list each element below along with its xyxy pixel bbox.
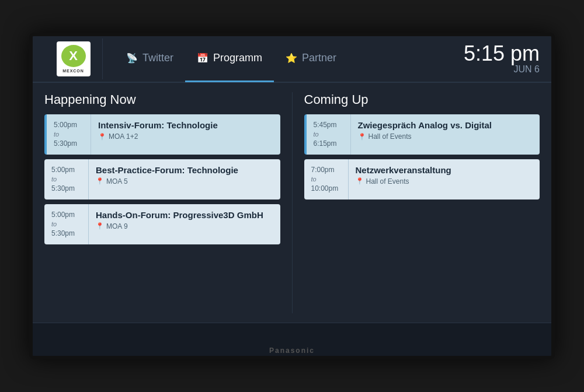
event-name: Netzwerkveranstaltung — [356, 165, 533, 175]
time-start: 7:00pm — [311, 165, 341, 175]
news-ticker: bi.com/mexcon2016 | Kommentar zu Gauck: … — [33, 323, 551, 345]
time-end: 6:15pm — [314, 139, 343, 149]
partner-icon: ⭐ — [286, 52, 297, 64]
time-start: 5:45pm — [314, 120, 343, 130]
nav-tabs: 📡 Twitter 📅 Programm ⭐ Partner — [114, 36, 464, 82]
time-end: 5:30pm — [54, 139, 84, 149]
tab-partner[interactable]: ⭐ Partner — [274, 36, 348, 82]
happening-now-title: Happening Now — [44, 92, 280, 107]
event-details: Hands-On-Forum: Progressive3D GmbH 📍 MOA… — [88, 204, 280, 244]
date: JUN 6 — [464, 64, 540, 75]
coming-up-section: Coming Up 5:45pm to 6:15pm Zwiegespräch … — [304, 92, 540, 313]
event-card: 5:45pm to 6:15pm Zwiegespräch Analog vs.… — [304, 114, 540, 155]
time-start: 5:00pm — [51, 165, 81, 175]
clock: 5:15 pm — [464, 43, 540, 64]
tab-twitter[interactable]: 📡 Twitter — [114, 36, 185, 82]
happening-now-section: Happening Now 5:00pm to 5:30pm Intensiv-… — [44, 92, 280, 313]
event-location: 📍 MOA 1+2 — [98, 132, 273, 141]
event-time: 7:00pm to 10:00pm — [304, 159, 348, 200]
twitter-icon: 📡 — [126, 52, 138, 64]
location-text: MOA 9 — [106, 222, 128, 230]
section-divider — [292, 92, 293, 313]
location-text: MOA 1+2 — [109, 132, 138, 141]
pin-icon: 📍 — [96, 222, 104, 230]
logo-x: X — [69, 50, 78, 62]
location-text: MOA 5 — [106, 177, 128, 186]
programm-icon: 📅 — [197, 52, 208, 64]
time-end: 10:00pm — [311, 184, 341, 194]
event-details: Intensiv-Forum: Technologie 📍 MOA 1+2 — [91, 114, 280, 155]
time-area: 5:15 pm JUN 6 — [464, 43, 540, 75]
event-card: 5:00pm to 5:30pm Best-Practice-Forum: Te… — [44, 159, 280, 200]
happening-now-list: 5:00pm to 5:30pm Intensiv-Forum: Technol… — [44, 114, 280, 244]
event-location: 📍 MOA 5 — [96, 177, 273, 186]
logo-area: X MEXCON — [44, 38, 103, 79]
main-content: Happening Now 5:00pm to 5:30pm Intensiv-… — [33, 83, 551, 323]
event-card: 7:00pm to 10:00pm Netzwerkveranstaltung … — [304, 159, 540, 200]
tab-twitter-label: Twitter — [142, 52, 173, 64]
time-to: to — [51, 220, 81, 229]
event-card: 5:00pm to 5:30pm Hands-On-Forum: Progres… — [44, 204, 280, 244]
coming-up-title: Coming Up — [304, 92, 540, 107]
event-name: Intensiv-Forum: Technologie — [98, 120, 273, 130]
ticker-content: bi.com/mexcon2016 | Kommentar zu Gauck: … — [33, 330, 551, 339]
screen: X MEXCON 📡 Twitter 📅 Programm ⭐ Partner … — [29, 33, 555, 359]
tab-programm[interactable]: 📅 Programm — [185, 36, 274, 82]
logo-brand: MEXCON — [62, 69, 84, 73]
event-location: 📍 Hall of Events — [358, 132, 533, 141]
event-card: 5:00pm to 5:30pm Intensiv-Forum: Technol… — [44, 114, 280, 155]
time-end: 5:30pm — [51, 184, 81, 194]
brand-label: Panasonic — [33, 345, 551, 356]
event-name: Zwiegespräch Analog vs. Digital — [358, 120, 533, 130]
time-to: to — [54, 130, 84, 139]
tab-programm-label: Programm — [213, 52, 262, 64]
time-start: 5:00pm — [51, 210, 81, 220]
event-time: 5:45pm to 6:15pm — [307, 114, 350, 155]
pin-icon: 📍 — [356, 177, 364, 185]
time-to: to — [51, 175, 81, 184]
event-name: Hands-On-Forum: Progressive3D GmbH — [96, 210, 273, 220]
time-to: to — [314, 130, 343, 139]
pin-icon: 📍 — [358, 133, 366, 141]
location-text: Hall of Events — [366, 177, 409, 186]
pin-icon: 📍 — [96, 177, 104, 185]
logo-icon: X — [61, 45, 86, 67]
event-time: 5:00pm to 5:30pm — [47, 114, 91, 155]
event-name: Best-Practice-Forum: Technologie — [96, 165, 273, 175]
tab-partner-label: Partner — [302, 52, 336, 64]
time-start: 5:00pm — [54, 120, 84, 130]
event-details: Best-Practice-Forum: Technologie 📍 MOA 5 — [88, 159, 280, 200]
location-text: Hall of Events — [369, 132, 412, 141]
coming-up-list: 5:45pm to 6:15pm Zwiegespräch Analog vs.… — [304, 114, 540, 200]
event-time: 5:00pm to 5:30pm — [44, 204, 88, 244]
logo-box: X MEXCON — [57, 41, 91, 76]
event-location: 📍 MOA 9 — [96, 222, 273, 230]
event-details: Netzwerkveranstaltung 📍 Hall of Events — [348, 159, 540, 200]
time-end: 5:30pm — [51, 229, 81, 239]
pin-icon: 📍 — [98, 133, 106, 141]
header: X MEXCON 📡 Twitter 📅 Programm ⭐ Partner … — [33, 36, 551, 83]
event-time: 5:00pm to 5:30pm — [44, 159, 88, 200]
time-to: to — [311, 175, 341, 184]
event-location: 📍 Hall of Events — [356, 177, 533, 186]
event-details: Zwiegespräch Analog vs. Digital 📍 Hall o… — [350, 114, 540, 155]
